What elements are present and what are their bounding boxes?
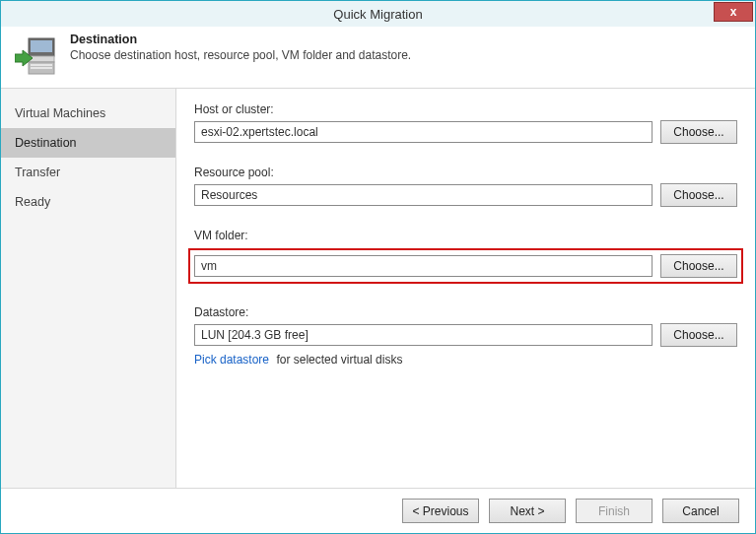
svg-rect-5 [31,67,52,69]
title-bar: Quick Migration x [1,1,755,27]
field-pool: Resource pool: Choose... [194,166,737,207]
previous-button[interactable]: < Previous [402,499,479,523]
header-text: Destination Choose destination host, res… [70,33,411,62]
wizard-steps: Virtual Machines Destination Transfer Re… [1,89,176,534]
vm-folder-highlight: Choose... [188,248,743,284]
svg-rect-2 [29,56,54,62]
svg-rect-1 [31,40,52,52]
step-ready[interactable]: Ready [1,187,175,217]
datastore-choose-button[interactable]: Choose... [660,323,737,347]
datastore-label: Datastore: [194,305,737,319]
step-destination[interactable]: Destination [1,128,175,158]
wizard-content: Host or cluster: Choose... Resource pool… [176,89,755,534]
datastore-hint: Pick datastore for selected virtual disk… [194,353,737,367]
host-choose-button[interactable]: Choose... [660,120,737,144]
destination-icon [15,36,56,76]
cancel-button[interactable]: Cancel [662,499,739,523]
close-icon: x [730,5,737,19]
host-label: Host or cluster: [194,102,737,116]
page-subtitle: Choose destination host, resource pool, … [70,48,411,62]
field-host: Host or cluster: Choose... [194,102,737,144]
close-button[interactable]: x [714,2,753,22]
page-title: Destination [70,33,411,46]
host-input[interactable] [194,121,653,143]
window-title: Quick Migration [1,7,755,22]
wizard-footer: < Previous Next > Finish Cancel [1,488,755,533]
vm-folder-input[interactable] [194,255,653,277]
datastore-hint-rest: for selected virtual disks [276,353,402,367]
svg-rect-4 [31,64,52,66]
vm-folder-label: VM folder: [194,229,737,242]
field-datastore: Datastore: Choose... Pick datastore for … [194,305,737,367]
step-transfer[interactable]: Transfer [1,158,175,187]
pool-choose-button[interactable]: Choose... [660,183,737,207]
vm-folder-choose-button[interactable]: Choose... [660,254,737,278]
next-button[interactable]: Next > [489,499,566,523]
wizard-body: Virtual Machines Destination Transfer Re… [1,89,755,534]
finish-button[interactable]: Finish [576,499,653,523]
pool-input[interactable] [194,184,653,206]
pool-label: Resource pool: [194,166,737,179]
datastore-input[interactable] [194,324,653,346]
wizard-header: Destination Choose destination host, res… [1,27,755,89]
step-virtual-machines[interactable]: Virtual Machines [1,99,175,128]
pick-datastore-link[interactable]: Pick datastore [194,353,269,367]
field-vm-folder: VM folder: [194,229,737,242]
